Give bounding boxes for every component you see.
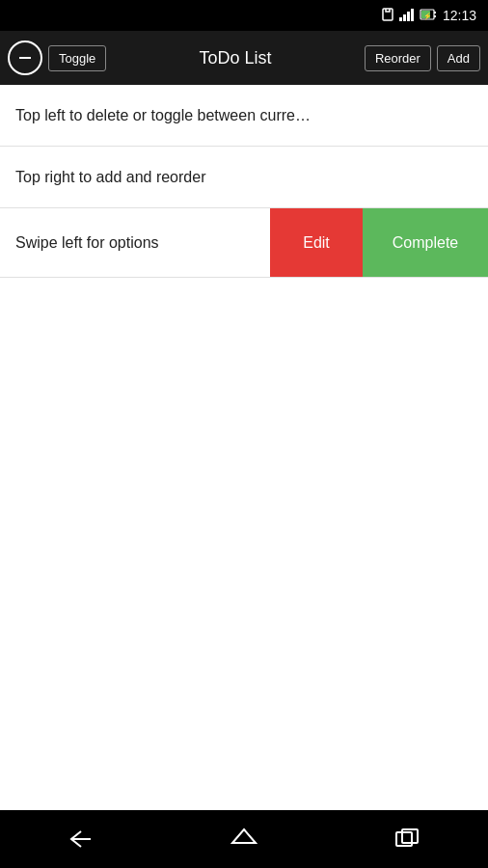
signal-icon (399, 8, 415, 24)
svg-rect-4 (411, 9, 414, 21)
swipe-complete-button[interactable]: Complete (363, 208, 488, 277)
sim-icon (381, 8, 394, 24)
svg-text:⚡: ⚡ (423, 11, 432, 19)
minus-toggle-button[interactable] (8, 41, 42, 75)
swipe-actions: Edit Complete (270, 208, 488, 277)
reorder-button[interactable]: Reorder (365, 45, 431, 71)
status-icons: ⚡ (381, 8, 437, 24)
action-bar: Toggle ToDo List Reorder Add (0, 31, 488, 85)
app-title: ToDo List (112, 48, 359, 68)
bottom-nav-bar (0, 810, 488, 868)
todo-list: Top left to delete or toggle between cur… (0, 85, 488, 810)
recents-button[interactable] (378, 818, 436, 860)
todo-item-text: Top right to add and reorder (0, 153, 488, 202)
toggle-button[interactable]: Toggle (48, 45, 106, 71)
add-button[interactable]: Add (437, 45, 480, 71)
svg-rect-0 (383, 9, 393, 20)
todo-item[interactable]: Top left to delete or toggle between cur… (0, 85, 488, 147)
svg-rect-2 (403, 14, 406, 21)
todo-item-swiped[interactable]: Swipe left for options Edit Complete (0, 208, 488, 278)
svg-marker-12 (232, 829, 256, 843)
home-button[interactable] (215, 818, 273, 860)
todo-item[interactable]: Top right to add and reorder (0, 147, 488, 208)
todo-item-text: Top left to delete or toggle between cur… (0, 92, 488, 140)
svg-rect-3 (407, 12, 410, 21)
status-time: 12:13 (443, 8, 476, 23)
swipe-edit-button[interactable]: Edit (270, 208, 363, 277)
battery-icon: ⚡ (420, 9, 437, 23)
status-bar: ⚡ 12:13 (0, 0, 488, 31)
svg-rect-1 (399, 17, 402, 21)
back-button[interactable] (52, 818, 110, 860)
